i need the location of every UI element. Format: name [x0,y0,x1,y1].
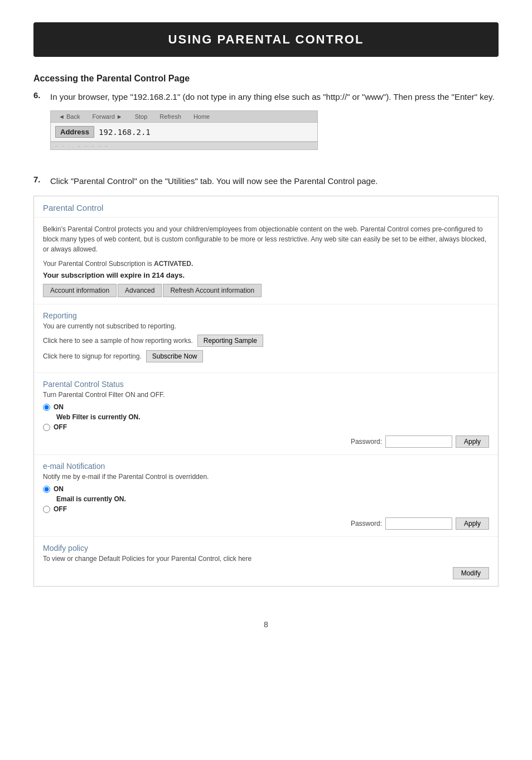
refresh-label: Refresh [156,113,185,120]
step6-text: In your browser, type "192.168.2.1" (do … [50,90,495,104]
reporting-sample-row: Click here to see a sample of how report… [43,335,489,347]
parental-status-on-label: ON [54,403,64,411]
reporting-sample-button[interactable]: Reporting Sample [197,335,263,347]
parental-control-panel: Parental Control Belkin's Parental Contr… [33,196,499,587]
step6-number: 6. [33,90,50,163]
reporting-section: Reporting You are currently not subscrib… [34,304,498,373]
back-label: ◄ Back [55,113,83,120]
modify-btn-row: Modify [43,567,489,579]
email-on-radio[interactable] [43,486,50,493]
email-apply-button[interactable]: Apply [456,517,489,530]
parental-status-off-label: OFF [54,423,67,431]
page-header: USING PARENTAL CONTROL [33,22,499,57]
panel-description: Belkin's Parental Control protects you a… [43,224,489,254]
stop-label: Stop [132,113,151,120]
email-password-input[interactable] [385,517,452,530]
email-notification-subtitle: Notify me by e-mail if the Parental Cont… [43,473,489,481]
parental-password-input[interactable] [385,435,452,448]
activation-status: Your Parental Control Subscription is AC… [43,259,489,269]
modify-policy-title: Modify policy [43,544,489,553]
parental-status-subtitle: Turn Parental Control Filter ON and OFF. [43,391,489,399]
parental-status-off-radio[interactable] [43,424,50,431]
parental-status-on-radio[interactable] [43,404,50,411]
email-on-row: ON [43,485,489,493]
email-password-row: Password: Apply [43,517,489,530]
home-label: Home [190,113,213,120]
step6-block: 6. In your browser, type "192.168.2.1" (… [33,90,499,163]
browser-status-bar: - - .. - - - - - [51,142,317,149]
step7-number: 7. [33,175,50,188]
parental-status-section: Parental Control Status Turn Parental Co… [34,373,498,455]
browser-mockup: ◄ Back Forward ► Stop Refresh Home Addre… [50,110,318,150]
parental-status-title: Parental Control Status [43,380,489,389]
browser-toolbar: ◄ Back Forward ► Stop Refresh Home [51,111,317,123]
subscribe-now-button[interactable]: Subscribe Now [146,350,204,362]
parental-status-password-row: Password: Apply [43,435,489,448]
tab-advanced[interactable]: Advanced [118,284,162,297]
parental-password-label: Password: [351,438,382,446]
parental-status-off-row: OFF [43,423,489,431]
parental-status-on-message: Web Filter is currently ON. [56,413,489,421]
page-title: USING PARENTAL CONTROL [33,32,499,47]
forward-label: Forward ► [89,113,125,120]
activation-label: Your Parental Control Subscription is [43,260,154,268]
email-off-row: OFF [43,505,489,513]
step7-text: Click "Parental Control" on the "Utiliti… [50,175,378,188]
reporting-subtitle: You are currently not subscribed to repo… [43,322,489,330]
email-notification-title: e-mail Notification [43,462,489,471]
tab-account[interactable]: Account information [43,284,117,297]
modify-policy-subtitle: To view or change Default Policies for y… [43,555,489,563]
panel-title: Parental Control [34,196,498,217]
email-password-label: Password: [351,520,382,527]
tab-row: Account information Advanced Refresh Acc… [43,284,489,297]
signup-text: Click here to signup for reporting. [43,352,142,360]
email-on-message: Email is currently ON. [56,495,489,503]
panel-description-section: Belkin's Parental Control protects you a… [34,217,498,304]
sample-text: Click here to see a sample of how report… [43,337,193,345]
activation-days: Your subscription will expire in 214 day… [43,271,489,279]
modify-button[interactable]: Modify [453,567,489,579]
address-label: Address [55,126,94,138]
email-notification-section: e-mail Notification Notify me by e-mail … [34,455,498,537]
reporting-signup-row: Click here to signup for reporting. Subs… [43,350,489,362]
reporting-title: Reporting [43,311,489,320]
parental-status-on-row: ON [43,403,489,411]
tab-refresh[interactable]: Refresh Account information [163,284,262,297]
page-number: 8 [0,609,532,635]
email-off-radio[interactable] [43,506,50,513]
email-on-label: ON [54,485,64,493]
section-title: Accessing the Parental Control Page [33,74,499,84]
address-value: 192.168.2.1 [99,128,151,137]
modify-policy-section: Modify policy To view or change Default … [34,537,498,586]
email-off-label: OFF [54,505,67,513]
browser-address-bar: Address 192.168.2.1 [51,123,317,142]
activation-value: ACTIVATED. [154,260,193,268]
step7-block: 7. Click "Parental Control" on the "Util… [33,175,499,188]
parental-apply-button[interactable]: Apply [456,435,489,448]
